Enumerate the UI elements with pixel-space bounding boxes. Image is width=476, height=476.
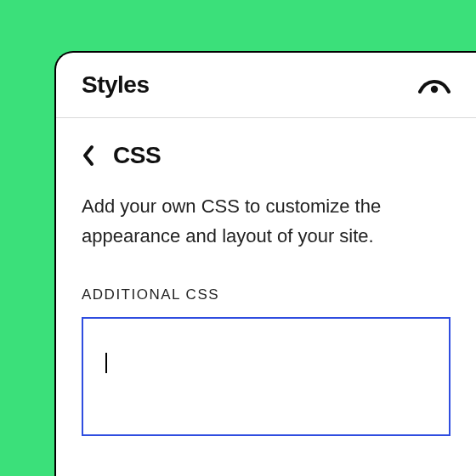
section-label: ADDITIONAL CSS <box>82 286 450 303</box>
breadcrumb-title: CSS <box>113 142 161 169</box>
panel-content: CSS Add your own CSS to customize the ap… <box>56 118 476 436</box>
svg-point-0 <box>431 86 438 93</box>
panel-title: Styles <box>82 71 150 99</box>
back-icon[interactable] <box>82 144 94 167</box>
styles-panel: Styles CSS Add your own CSS to customize… <box>54 51 476 476</box>
panel-header: Styles <box>56 53 476 118</box>
preview-icon[interactable] <box>418 76 450 94</box>
breadcrumb: CSS <box>82 142 450 169</box>
text-cursor <box>105 353 107 373</box>
section-description: Add your own CSS to customize the appear… <box>82 191 450 251</box>
css-editor[interactable] <box>82 317 450 436</box>
